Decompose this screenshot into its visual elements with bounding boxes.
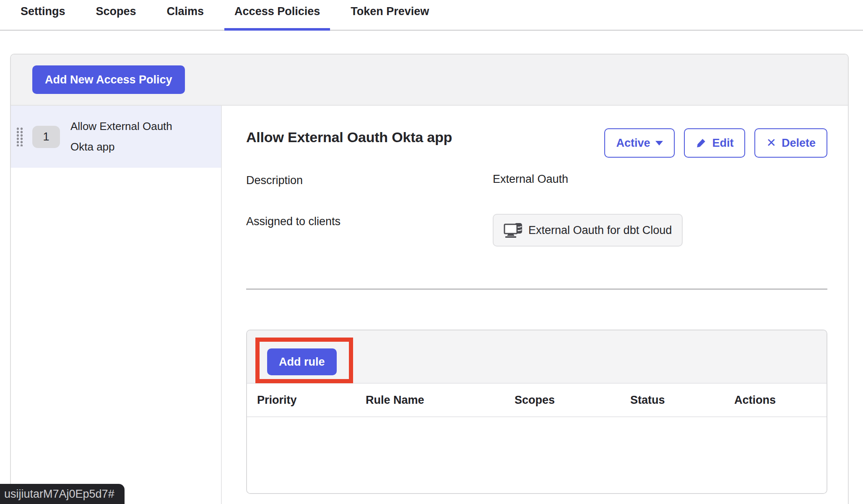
assigned-clients-label: Assigned to clients	[246, 214, 493, 228]
policy-actions: Active Edit ✕ Delete	[604, 128, 827, 158]
client-chip-label: External Oauth for dbt Cloud	[528, 224, 672, 237]
annotation-box: Add rule	[255, 338, 353, 383]
tab-scopes[interactable]: Scopes	[86, 5, 146, 31]
column-status: Status	[630, 394, 734, 407]
policy-list: 1 Allow External Oauth Okta app	[11, 106, 222, 504]
client-chip[interactable]: External Oauth for dbt Cloud	[493, 214, 683, 247]
rules-table-header: Priority Rule Name Scopes Status Actions	[247, 384, 827, 417]
add-rule-button[interactable]: Add rule	[267, 348, 337, 375]
tab-access-policies[interactable]: Access Policies	[224, 5, 330, 31]
status-dropdown-button[interactable]: Active	[604, 128, 675, 158]
tab-bar: Settings Scopes Claims Access Policies T…	[0, 0, 863, 31]
add-new-access-policy-button[interactable]: Add New Access Policy	[32, 65, 185, 94]
column-rule-name: Rule Name	[366, 394, 515, 407]
detail-header: Allow External Oauth Okta app Active Edi…	[246, 128, 827, 158]
tab-settings[interactable]: Settings	[10, 5, 75, 31]
delete-label: Delete	[782, 137, 816, 150]
policy-detail: Allow External Oauth Okta app Active Edi…	[222, 106, 848, 504]
policy-list-item[interactable]: 1 Allow External Oauth Okta app	[11, 106, 221, 168]
rules-table-empty-body	[247, 417, 827, 493]
access-policies-panel: Add New Access Policy 1 Allow External O…	[10, 54, 849, 504]
column-priority: Priority	[257, 394, 366, 407]
description-row: Description External Oauth	[246, 173, 827, 187]
column-actions: Actions	[734, 394, 827, 407]
delete-button[interactable]: ✕ Delete	[754, 128, 827, 158]
rules-card-header: Add rule	[247, 330, 827, 384]
tab-claims[interactable]: Claims	[157, 5, 214, 31]
policy-title: Allow External Oauth Okta app	[246, 128, 452, 145]
panel-header: Add New Access Policy	[11, 55, 848, 106]
chevron-down-icon	[655, 141, 663, 145]
rules-card: Add rule Priority Rule Name Scopes Statu…	[246, 330, 827, 494]
status-label: Active	[616, 137, 650, 150]
column-scopes: Scopes	[515, 394, 630, 407]
description-label: Description	[246, 173, 493, 187]
panel-body: 1 Allow External Oauth Okta app Allow Ex…	[11, 106, 848, 504]
section-divider	[246, 288, 827, 290]
computer-database-icon	[504, 222, 523, 239]
close-icon: ✕	[766, 137, 776, 149]
tab-token-preview[interactable]: Token Preview	[341, 5, 439, 31]
edit-button[interactable]: Edit	[684, 128, 745, 158]
policy-name: Allow External Oauth Okta app	[70, 116, 192, 157]
assigned-clients-row: Assigned to clients External Oauth for d…	[246, 214, 827, 247]
pencil-icon	[696, 138, 707, 148]
policy-priority-badge: 1	[32, 126, 60, 148]
link-preview-tooltip: usijiutarM7Aj0Ep5d7#	[0, 484, 125, 504]
edit-label: Edit	[712, 137, 733, 150]
description-value: External Oauth	[493, 173, 568, 186]
drag-handle-icon[interactable]	[16, 127, 24, 146]
